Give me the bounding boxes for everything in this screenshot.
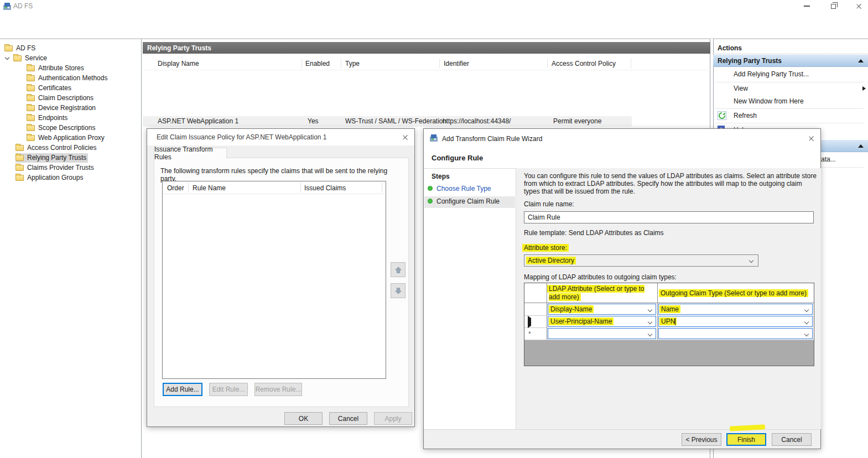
column-header-access-control-policy[interactable]: Access Control Policy xyxy=(552,60,616,67)
collapse-section-icon[interactable] xyxy=(858,59,864,63)
remove-rule-button[interactable]: Remove Rule... xyxy=(254,383,302,396)
grid-col-ldap-attribute[interactable]: LDAP Attribute (Select or type to add mo… xyxy=(549,285,655,301)
action-view[interactable]: View xyxy=(713,82,866,95)
wizard-description: You can configure this rule to send the … xyxy=(524,172,819,195)
rules-col-issued-claims[interactable]: Issued Claims xyxy=(304,184,346,192)
tree-item-access-control-policies[interactable]: Access Control Policies xyxy=(0,143,141,153)
close-icon[interactable] xyxy=(803,133,819,144)
actions-pane-title: Actions xyxy=(718,44,742,52)
rule-template-label: Rule template: Send LDAP Attributes as C… xyxy=(524,229,664,237)
divider xyxy=(188,183,189,192)
divider xyxy=(821,167,864,168)
previous-button[interactable]: < Previous xyxy=(682,433,721,446)
outgoing-claim-select-row1[interactable]: Name xyxy=(658,304,813,315)
divider xyxy=(424,168,516,169)
menu-bar: File Action View Window Help xyxy=(0,12,868,24)
folder-icon xyxy=(15,175,24,181)
rules-col-order[interactable]: Order xyxy=(167,184,184,192)
ldap-attribute-select-row2[interactable]: User-Principal-Name xyxy=(548,316,656,327)
mapping-grid: LDAP Attribute (Select or type to add mo… xyxy=(524,283,814,366)
folder-icon xyxy=(27,65,35,71)
move-rule-up-button[interactable] xyxy=(391,262,406,277)
tree-item-application-groups[interactable]: Application Groups xyxy=(0,173,141,183)
step-configure-claim-rule[interactable]: Configure Claim Rule xyxy=(436,197,500,205)
edit-rule-button[interactable]: Edit Rule... xyxy=(209,383,248,396)
divider xyxy=(382,183,382,192)
adfs-console-window: AD FS File Action View Window Help ? AD … xyxy=(0,0,868,458)
folder-icon xyxy=(13,55,22,61)
ok-button[interactable]: OK xyxy=(284,412,323,425)
action-add-relying-party-trust[interactable]: Add Relying Party Trust... xyxy=(713,68,866,80)
step-choose-rule-type[interactable]: Choose Rule Type xyxy=(436,185,491,192)
wizard-title: Add Transform Claim Rule Wizard xyxy=(442,135,542,143)
chevron-down-icon xyxy=(804,308,809,312)
column-header-identifier[interactable]: Identifier xyxy=(444,60,469,67)
tree-item-service[interactable]: Service xyxy=(0,53,141,63)
claim-rule-name-input[interactable]: Claim Rule xyxy=(524,211,814,223)
step-bullet-icon xyxy=(428,186,433,191)
cancel-button[interactable]: Cancel xyxy=(329,412,367,425)
tree-item-device-registration[interactable]: Device Registration xyxy=(0,103,141,113)
column-header-enabled[interactable]: Enabled xyxy=(305,60,330,67)
ldap-attribute-select-row3[interactable] xyxy=(548,328,656,339)
adfs-app-icon xyxy=(3,2,12,11)
tree-item-web-application-proxy[interactable]: Web Application Proxy xyxy=(0,133,141,143)
action-new-window-from-here[interactable]: New Window from Here xyxy=(713,95,866,107)
restore-button[interactable] xyxy=(825,1,841,11)
cell-display-name: ASP.NET WebApplication 1 xyxy=(158,117,238,125)
tree-item-endpoints[interactable]: Endpoints xyxy=(0,113,141,123)
outgoing-claim-input-row2[interactable]: UPN xyxy=(658,316,813,327)
close-icon[interactable] xyxy=(397,132,413,143)
rules-col-rule-name[interactable]: Rule Name xyxy=(193,184,226,192)
attribute-store-label: Attribute store: xyxy=(524,244,567,252)
actions-section-relying-party-trusts[interactable]: Relying Party Trusts xyxy=(713,55,868,67)
tab-issuance-transform-rules[interactable]: Issuance Transform Rules xyxy=(154,148,227,158)
divider xyxy=(715,123,864,123)
dialog-title-bar: Edit Claim Issuance Policy for ASP.NET W… xyxy=(147,129,414,145)
folder-icon xyxy=(4,45,13,51)
divider xyxy=(163,194,386,194)
folder-icon xyxy=(27,85,35,91)
column-header-type[interactable]: Type xyxy=(345,60,360,67)
minimize-button[interactable] xyxy=(798,1,815,11)
action-refresh[interactable]: Refresh xyxy=(713,110,866,122)
tree-item-attribute-stores[interactable]: Attribute Stores xyxy=(0,63,141,73)
grid-col-outgoing-claim-type[interactable]: Outgoing Claim Type (Select or type to a… xyxy=(661,289,812,297)
move-rule-down-button[interactable] xyxy=(391,283,406,298)
grid-empty-area xyxy=(524,340,814,366)
attribute-store-select[interactable]: Active Directory xyxy=(524,254,758,267)
collapse-section-icon[interactable] xyxy=(858,144,864,148)
divider xyxy=(713,54,868,54)
folder-icon xyxy=(27,95,35,101)
wizard-heading: Configure Rule xyxy=(432,154,483,162)
rules-table[interactable]: Order Rule Name Issued Claims xyxy=(162,181,386,379)
tree-item-claim-descriptions[interactable]: Claim Descriptions xyxy=(0,93,141,103)
ldap-attribute-select-row1[interactable]: Display-Name xyxy=(548,304,656,315)
chevron-expanded-icon[interactable] xyxy=(5,55,9,59)
outgoing-claim-select-row3[interactable] xyxy=(658,328,813,339)
divider xyxy=(143,70,710,70)
folder-icon xyxy=(15,145,24,151)
tree-item-certificates[interactable]: Certificates xyxy=(0,83,141,93)
tree-item-relying-party-trusts[interactable]: Relying Party Trusts xyxy=(0,153,141,163)
add-rule-button[interactable]: Add Rule... xyxy=(163,383,202,396)
current-row-marker-icon xyxy=(528,318,531,326)
tree-item-scope-descriptions[interactable]: Scope Descriptions xyxy=(0,123,141,133)
chevron-down-icon xyxy=(804,320,809,324)
tree-item-authentication-methods[interactable]: Authentication Methods xyxy=(0,73,141,83)
action-item-partial[interactable]: ata... xyxy=(821,155,836,163)
arrow-down-icon xyxy=(394,287,402,295)
step-bullet-icon xyxy=(428,199,433,204)
finish-button[interactable]: Finish xyxy=(726,433,766,446)
apply-button[interactable]: Apply xyxy=(374,412,412,425)
folder-icon xyxy=(15,155,24,161)
cancel-button[interactable]: Cancel xyxy=(772,433,812,446)
close-button[interactable] xyxy=(850,1,867,11)
tree-item-adfs-root[interactable]: AD FS xyxy=(0,43,141,53)
tree-item-claims-provider-trusts[interactable]: Claims Provider Trusts xyxy=(0,163,141,173)
folder-icon xyxy=(27,115,35,121)
mapping-label: Mapping of LDAP attributes to outgoing c… xyxy=(524,273,677,281)
divider xyxy=(439,59,440,68)
column-header-display-name[interactable]: Display Name xyxy=(158,60,199,67)
cell-enabled: Yes xyxy=(308,117,319,125)
